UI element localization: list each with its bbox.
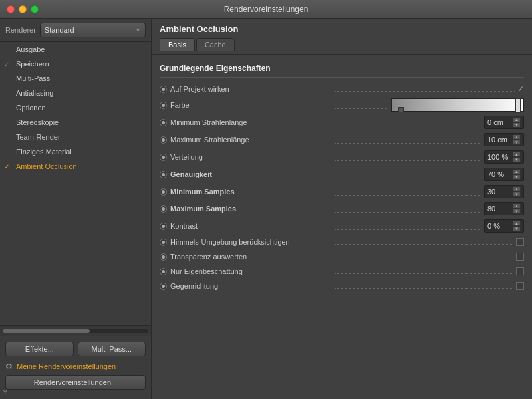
radio-dot-icon[interactable]	[160, 188, 167, 196]
sidebar-buttons: Effekte... Multi-Pass...	[5, 342, 146, 356]
content-panel: Ambient Occlusion BasisCache Grundlegend…	[152, 19, 532, 399]
sidebar-item-speichern[interactable]: ✓Speichern	[0, 57, 151, 71]
sidebar-item-label: Antialiasing	[16, 89, 53, 97]
spin-up-icon[interactable]: ▲	[513, 117, 521, 122]
tab-cache[interactable]: Cache	[196, 38, 235, 51]
spinbox-maximum-strahlenlaenge[interactable]: 10 cm▲▼	[484, 133, 524, 146]
sidebar-item-antialiasing[interactable]: Antialiasing	[0, 86, 151, 100]
radio-dot-icon[interactable]	[160, 205, 167, 213]
radio-dot-icon[interactable]	[160, 268, 167, 275]
sidebar-item-einziges-material[interactable]: Einziges Material	[0, 144, 151, 159]
close-button[interactable]	[7, 5, 15, 13]
color-pin-icon	[398, 107, 404, 112]
spin-down-icon[interactable]: ▼	[513, 174, 521, 180]
prop-dots	[335, 212, 481, 213]
radio-dot-icon[interactable]	[160, 239, 167, 246]
prop-dots	[335, 143, 481, 144]
radio-dot-icon[interactable]	[160, 171, 167, 178]
spin-up-icon[interactable]: ▲	[513, 186, 521, 192]
maximize-button[interactable]	[31, 5, 39, 13]
spinbox-genauigkeit[interactable]: 70 %▲▼	[484, 168, 524, 181]
prop-row-kontrast: Kontrast0 %▲▼	[160, 217, 524, 235]
y-label: Y	[3, 388, 7, 396]
spin-down-icon[interactable]: ▼	[513, 122, 521, 128]
prop-row-farbe: Farbe	[160, 96, 524, 114]
prop-row-maximum-strahlenlaenge: Maximum Strahlenlänge10 cm▲▼	[160, 131, 524, 148]
checkbox-gegenrichtung[interactable]	[516, 282, 524, 290]
prop-value-minimum-samples: 30▲▼	[484, 185, 524, 198]
radio-dot-icon[interactable]	[160, 102, 167, 109]
spin-up-icon[interactable]: ▲	[513, 134, 521, 140]
section-title: Grundlegende Eigenschaften	[160, 61, 524, 78]
prop-label-gegenrichtung: Gegenrichtung	[160, 282, 332, 290]
checkbox-himmels-umgebung[interactable]	[516, 238, 524, 246]
prop-label-text-auf-projekt-wirken: Auf Projekt wirken	[170, 85, 229, 93]
prop-label-maximum-samples: Maximum Samples	[160, 205, 332, 213]
radio-dot-icon[interactable]	[160, 253, 167, 261]
spin-down-icon[interactable]: ▼	[513, 192, 521, 197]
spin-up-icon[interactable]: ▲	[513, 203, 521, 209]
checkbox-transparenz-auswerten[interactable]	[516, 253, 524, 261]
sidebar-item-optionen[interactable]: Optionen	[0, 100, 151, 115]
multi-pass-button[interactable]: Multi-Pass...	[78, 342, 146, 356]
radio-dot-icon[interactable]	[160, 119, 167, 126]
spinbox-verteilung[interactable]: 100 %▲▼	[484, 150, 524, 164]
prop-row-nur-eigenbeschattung: Nur Eigenbeschattung	[160, 264, 524, 279]
sidebar-item-ausgabe[interactable]: Ausgabe	[0, 42, 151, 57]
checkbox-auf-projekt-wirken[interactable]: ✓	[517, 84, 524, 94]
prop-dots	[335, 288, 513, 289]
spinbox-minimum-strahlenlaenge[interactable]: 0 cm▲▼	[484, 116, 524, 129]
spin-up-icon[interactable]: ▲	[513, 169, 521, 174]
sidebar-item-multi-pass[interactable]: Multi-Pass	[0, 71, 151, 86]
renderer-select[interactable]: Standard ▼	[40, 23, 146, 37]
sidebar-item-label: Speichern	[16, 60, 49, 68]
sidebar-item-stereoskopie[interactable]: Stereoskopie	[0, 115, 151, 130]
radio-dot-icon[interactable]	[160, 283, 167, 290]
prop-label-verteilung: Verteilung	[160, 153, 332, 161]
prop-label-text-verteilung: Verteilung	[170, 153, 203, 161]
spin-down-icon[interactable]: ▼	[513, 226, 521, 231]
prop-row-minimum-strahlenlaenge: Minimum Strahlenlänge0 cm▲▼	[160, 114, 524, 131]
prop-row-himmels-umgebung: Himmels-Umgebung berücksichtigen	[160, 235, 524, 249]
sidebar-item-label: Multi-Pass	[16, 74, 50, 82]
radio-dot-icon[interactable]	[160, 136, 167, 144]
spin-up-icon[interactable]: ▲	[513, 152, 521, 157]
sidebar-item-ambient-occlusion[interactable]: ✓Ambient Occlusion	[0, 159, 151, 174]
color-picker-farbe[interactable]	[391, 98, 524, 112]
prop-label-minimum-strahlenlaenge: Minimum Strahlenlänge	[160, 118, 332, 126]
spinbox-minimum-samples[interactable]: 30▲▼	[484, 185, 524, 198]
spin-down-icon[interactable]: ▼	[513, 157, 521, 162]
main-container: Renderer Standard ▼ Ausgabe✓SpeichernMul…	[0, 19, 532, 399]
prop-dots	[335, 160, 481, 161]
tab-basis[interactable]: Basis	[160, 38, 195, 51]
prop-value-farbe	[391, 98, 524, 112]
prop-value-himmels-umgebung	[516, 238, 524, 246]
rendervoreinstellungen-button[interactable]: Rendervoreinstellungen...	[5, 375, 146, 390]
prop-label-text-minimum-samples: Minimum Samples	[170, 188, 235, 196]
prop-label-genauigkeit: Genauigkeit	[160, 170, 332, 178]
spin-down-icon[interactable]: ▼	[513, 140, 521, 145]
spin-up-icon[interactable]: ▲	[513, 221, 521, 226]
color-slider-handle[interactable]	[515, 98, 521, 113]
effekte-button[interactable]: Effekte...	[5, 342, 74, 356]
prop-row-auf-projekt-wirken: Auf Projekt wirken✓	[160, 82, 524, 96]
spinbox-maximum-samples[interactable]: 80▲▼	[484, 202, 524, 215]
prop-dots	[335, 91, 515, 92]
minimize-button[interactable]	[19, 5, 27, 13]
sidebar-bottom: Effekte... Multi-Pass... ⚙ Meine Renderv…	[0, 336, 151, 399]
sidebar-item-team-render[interactable]: Team-Render	[0, 130, 151, 144]
spin-down-icon[interactable]: ▼	[513, 209, 521, 214]
checkmark-icon: ✓	[4, 163, 9, 170]
gear-icon[interactable]: ⚙	[5, 362, 13, 371]
radio-dot-icon[interactable]	[160, 154, 167, 161]
checkbox-nur-eigenbeschattung[interactable]	[516, 267, 524, 275]
prop-value-auf-projekt-wirken: ✓	[517, 84, 524, 94]
radio-dot-icon[interactable]	[160, 86, 167, 93]
sidebar-scrollbar[interactable]	[0, 325, 151, 336]
preset-name: Meine Rendervoreinstellungen	[17, 362, 116, 370]
prop-dots	[335, 273, 513, 274]
prop-label-text-genauigkeit: Genauigkeit	[170, 170, 212, 178]
spinbox-kontrast[interactable]: 0 %▲▼	[484, 219, 524, 233]
radio-dot-icon[interactable]	[160, 223, 167, 230]
renderer-label: Renderer	[5, 26, 36, 34]
